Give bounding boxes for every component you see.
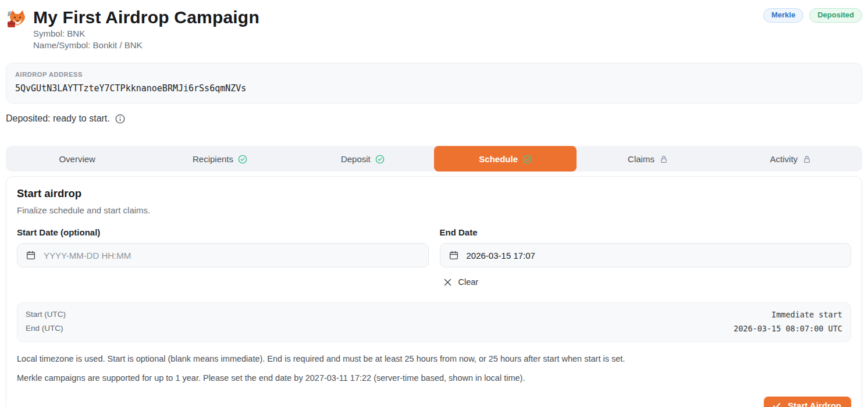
airdrop-address-box: AIRDROP ADDRESS 5QvGUtN3LAYTTzteY7CTPkkn… xyxy=(6,63,862,103)
timezone-note: Local timezone is used. Start is optiona… xyxy=(17,354,851,365)
tab-deposit-label: Deposit xyxy=(341,154,371,164)
tab-claims[interactable]: Claims xyxy=(577,146,719,172)
airdrop-address-label: AIRDROP ADDRESS xyxy=(15,71,853,78)
summary-row-start: Start (UTC) Immediate start xyxy=(26,308,842,322)
tab-recipients-label: Recipients xyxy=(193,154,233,164)
summary-end-value: 2026-03-15 08:07:00 UTC xyxy=(734,322,842,335)
tab-deposit[interactable]: Deposit xyxy=(291,146,434,172)
status-row: Deposited: ready to start. xyxy=(6,113,862,124)
tab-claims-label: Claims xyxy=(628,154,654,164)
start-date-field-group: Start Date (optional) YYYY-MM-DD HH:MM xyxy=(17,227,429,289)
summary-start-value: Immediate start xyxy=(771,308,842,322)
schedule-panel: Start airdrop Finalize schedule and star… xyxy=(6,176,862,407)
tab-activity-label: Activity xyxy=(770,154,798,164)
merkle-duration-note: Merkle campaigns are supported for up to… xyxy=(17,373,851,384)
summary-end-label: End (UTC) xyxy=(26,322,63,335)
campaign-name-symbol: Name/Symbol: Bonkit / BNK xyxy=(33,40,259,51)
start-date-label: Start Date (optional) xyxy=(17,227,429,238)
summary-row-end: End (UTC) 2026-03-15 08:07:00 UTC xyxy=(26,322,842,335)
deposited-badge: Deposited xyxy=(809,8,862,23)
page-title: My First Airdrop Campaign xyxy=(33,7,259,28)
end-date-value: 2026-03-15 17:07 xyxy=(467,251,535,260)
tab-overview-label: Overview xyxy=(59,154,95,164)
campaign-tabbar: Overview Recipients Deposit Schedule xyxy=(6,146,862,172)
check-circle-icon xyxy=(238,155,247,164)
check-circle-icon xyxy=(522,155,532,164)
end-date-label: End Date xyxy=(440,227,852,238)
lock-icon xyxy=(659,155,668,164)
tab-schedule-label: Schedule xyxy=(479,154,518,164)
lock-icon xyxy=(802,155,812,164)
schedule-form: Start Date (optional) YYYY-MM-DD HH:MM E… xyxy=(17,227,851,289)
header-left: My First Airdrop Campaign Symbol: BNK Na… xyxy=(6,7,259,51)
deposit-status-text: Deposited: ready to start. xyxy=(6,113,110,124)
page-header: My First Airdrop Campaign Symbol: BNK Na… xyxy=(6,7,862,51)
campaign-symbol: Symbol: BNK xyxy=(33,28,259,40)
calendar-icon xyxy=(26,250,36,260)
header-badges: Merkle Deposited xyxy=(763,7,862,23)
title-block: My First Airdrop Campaign Symbol: BNK Na… xyxy=(33,7,259,51)
close-icon xyxy=(444,279,451,286)
panel-title: Start airdrop xyxy=(17,187,851,200)
info-circle-icon[interactable] xyxy=(115,114,125,124)
end-date-input[interactable]: 2026-03-15 17:07 xyxy=(440,243,852,267)
tab-activity[interactable]: Activity xyxy=(720,146,862,172)
clear-button-label: Clear xyxy=(458,277,479,287)
schedule-summary-box: Start (UTC) Immediate start End (UTC) 20… xyxy=(17,302,851,342)
start-date-placeholder: YYYY-MM-DD HH:MM xyxy=(44,251,131,260)
calendar-icon xyxy=(449,250,459,260)
start-date-input[interactable]: YYYY-MM-DD HH:MM xyxy=(17,243,429,267)
start-airdrop-button[interactable]: Start Airdrop xyxy=(764,397,851,407)
panel-actions: Start Airdrop xyxy=(17,397,851,407)
fox-mascot-icon xyxy=(6,8,28,30)
check-icon xyxy=(773,402,781,407)
end-date-field-group: End Date 2026-03-15 17:07 xyxy=(440,227,852,289)
panel-subtitle: Finalize schedule and start claims. xyxy=(17,205,851,215)
summary-start-label: Start (UTC) xyxy=(26,308,66,322)
merkle-badge: Merkle xyxy=(763,8,803,23)
tab-schedule[interactable]: Schedule xyxy=(434,146,577,172)
check-circle-icon xyxy=(375,155,385,164)
tab-overview[interactable]: Overview xyxy=(6,146,148,172)
airdrop-campaign-page: My First Airdrop Campaign Symbol: BNK Na… xyxy=(0,0,868,407)
clear-end-date-button[interactable]: Clear xyxy=(440,275,482,289)
tab-recipients[interactable]: Recipients xyxy=(148,146,291,172)
start-airdrop-label: Start Airdrop xyxy=(788,401,841,407)
airdrop-address-value: 5QvGUtN3LAYTTzteY7CTPkknanoeBRMJi6rSs6qm… xyxy=(15,83,853,94)
